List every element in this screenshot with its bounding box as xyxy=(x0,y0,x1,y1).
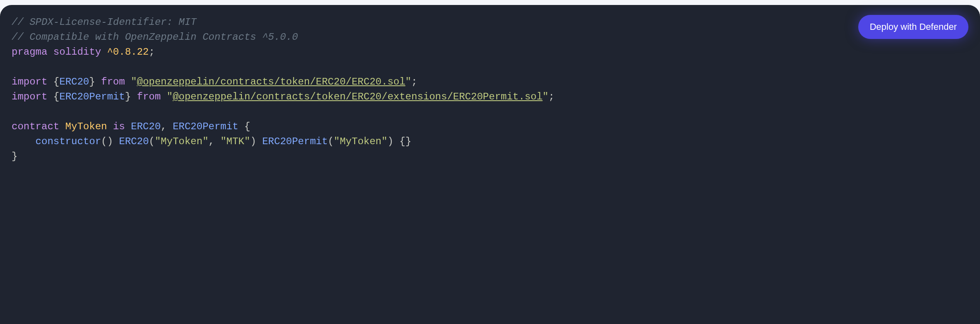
code-punct: () xyxy=(101,136,113,147)
code-type: ERC20Permit xyxy=(59,91,125,102)
code-contract-name: MyToken xyxy=(59,121,107,132)
code-comment: // SPDX-License-Identifier: MIT xyxy=(12,17,196,28)
code-punct: ( xyxy=(149,136,154,147)
code-punct: , xyxy=(208,136,220,147)
code-string: "MyToken" xyxy=(334,136,388,147)
code-punct: { xyxy=(47,91,59,102)
deploy-with-defender-button[interactable]: Deploy with Defender xyxy=(858,15,968,39)
code-type: ERC20Permit xyxy=(262,136,328,147)
code-import-path[interactable]: @openzeppelin/contracts/token/ERC20/exte… xyxy=(173,91,543,102)
code-keyword: solidity xyxy=(53,46,101,58)
code-punct: } xyxy=(125,91,131,102)
code-type: ERC20Permit xyxy=(173,121,238,132)
code-type: ERC20 xyxy=(59,76,89,87)
code-keyword: from xyxy=(101,76,125,87)
code-keyword: contract xyxy=(12,121,59,132)
code-string: " xyxy=(125,76,137,87)
code-punct: ) xyxy=(250,136,256,147)
code-punct: { xyxy=(238,121,250,132)
code-punct: , xyxy=(161,121,173,132)
code-punct: ; xyxy=(149,46,154,58)
code-keyword: is xyxy=(113,121,125,132)
code-punct: ) xyxy=(387,136,393,147)
code-punct: ; xyxy=(548,91,554,102)
code-keyword: pragma xyxy=(12,46,47,58)
code-punct: {} xyxy=(393,136,411,147)
code-content[interactable]: // SPDX-License-Identifier: MIT // Compa… xyxy=(12,15,968,164)
code-punct: ( xyxy=(328,136,333,147)
code-import-path[interactable]: @openzeppelin/contracts/token/ERC20/ERC2… xyxy=(137,76,405,87)
code-version: ^0.8.22 xyxy=(107,46,149,58)
code-punct: { xyxy=(47,76,59,87)
code-string: " xyxy=(406,76,411,87)
code-punct: } xyxy=(12,151,17,162)
code-string: " xyxy=(161,91,173,102)
code-type: ERC20 xyxy=(119,136,149,147)
code-string: " xyxy=(543,91,548,102)
code-keyword: import xyxy=(12,91,47,102)
code-keyword: from xyxy=(137,91,161,102)
code-keyword: import xyxy=(12,76,47,87)
code-indent xyxy=(12,136,36,147)
code-type: ERC20 xyxy=(131,121,161,132)
code-punct: ; xyxy=(411,76,417,87)
code-string: "MTK" xyxy=(220,136,250,147)
code-punct: } xyxy=(89,76,95,87)
code-comment: // Compatible with OpenZeppelin Contract… xyxy=(12,31,298,43)
code-editor-panel: Deploy with Defender // SPDX-License-Ide… xyxy=(0,5,980,324)
code-constructor: constructor xyxy=(36,136,101,147)
code-string: "MyToken" xyxy=(155,136,209,147)
